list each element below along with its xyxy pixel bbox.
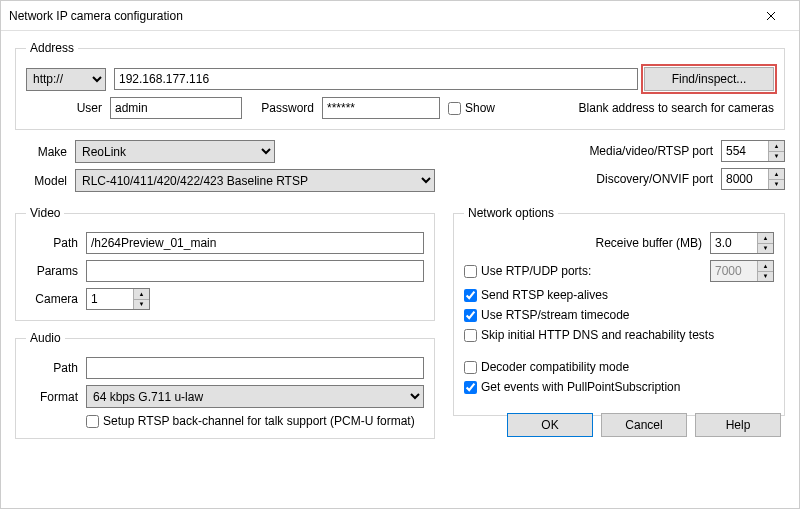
spin-up-icon[interactable]: ▲ — [758, 233, 773, 244]
timecode-label: Use RTSP/stream timecode — [481, 308, 630, 322]
make-label: Make — [15, 145, 75, 159]
cancel-button[interactable]: Cancel — [601, 413, 687, 437]
audio-group: Audio Path Format 64 kbps G.711 u-law Se… — [15, 331, 435, 439]
camera-spinner[interactable]: ▲▼ — [86, 288, 150, 310]
audio-path-input[interactable] — [86, 357, 424, 379]
show-password-checkbox[interactable]: Show — [448, 101, 495, 115]
video-legend: Video — [26, 206, 64, 220]
video-params-label: Params — [26, 264, 86, 278]
use-rtp-label: Use RTP/UDP ports: — [481, 264, 591, 278]
model-select[interactable]: RLC-410/411/420/422/423 Baseline RTSP — [75, 169, 435, 192]
decoder-box[interactable] — [464, 361, 477, 374]
onvif-port-label: Discovery/ONVIF port — [596, 172, 713, 186]
decoder-checkbox[interactable]: Decoder compatibility mode — [464, 360, 629, 374]
scheme-select[interactable]: http:// — [26, 68, 106, 91]
spin-down-icon[interactable]: ▼ — [758, 244, 773, 254]
close-icon — [766, 11, 776, 21]
audio-format-select[interactable]: 64 kbps G.711 u-law — [86, 385, 424, 408]
address-hint: Blank address to search for cameras — [579, 101, 774, 115]
netopt-legend: Network options — [464, 206, 558, 220]
show-password-label: Show — [465, 101, 495, 115]
audio-legend: Audio — [26, 331, 65, 345]
rtsp-port-spinner[interactable]: ▲▼ — [721, 140, 785, 162]
use-rtp-checkbox[interactable]: Use RTP/UDP ports: — [464, 264, 710, 278]
timecode-box[interactable] — [464, 309, 477, 322]
window-title: Network IP camera configuration — [9, 9, 751, 23]
model-label: Model — [15, 174, 75, 188]
skipdns-checkbox[interactable]: Skip initial HTTP DNS and reachability t… — [464, 328, 714, 342]
close-button[interactable] — [751, 4, 791, 28]
onvif-port-input[interactable] — [722, 169, 768, 189]
backchannel-box[interactable] — [86, 415, 99, 428]
find-inspect-button[interactable]: Find/inspect... — [644, 67, 774, 91]
make-select[interactable]: ReoLink — [75, 140, 275, 163]
pullpoint-checkbox[interactable]: Get events with PullPointSubscription — [464, 380, 680, 394]
video-group: Video Path Params Camera ▲▼ — [15, 206, 435, 321]
pullpoint-label: Get events with PullPointSubscription — [481, 380, 680, 394]
skipdns-box[interactable] — [464, 329, 477, 342]
recvbuf-spinner[interactable]: ▲▼ — [710, 232, 774, 254]
show-password-box[interactable] — [448, 102, 461, 115]
network-options-group: Network options Receive buffer (MB) ▲▼ U… — [453, 206, 785, 416]
keepalive-checkbox[interactable]: Send RTSP keep-alives — [464, 288, 608, 302]
password-input[interactable] — [322, 97, 440, 119]
user-label: User — [26, 101, 110, 115]
rtsp-port-label: Media/video/RTSP port — [589, 144, 713, 158]
password-label: Password — [242, 101, 322, 115]
timecode-checkbox[interactable]: Use RTSP/stream timecode — [464, 308, 630, 322]
rtp-port-input — [711, 261, 757, 281]
video-path-input[interactable] — [86, 232, 424, 254]
spin-up-icon[interactable]: ▲ — [769, 141, 784, 152]
audio-format-label: Format — [26, 390, 86, 404]
rtp-port-spinner: ▲▼ — [710, 260, 774, 282]
video-camera-label: Camera — [26, 292, 86, 306]
spin-down-icon: ▼ — [758, 272, 773, 282]
keepalive-label: Send RTSP keep-alives — [481, 288, 608, 302]
keepalive-box[interactable] — [464, 289, 477, 302]
camera-input[interactable] — [87, 289, 133, 309]
help-button[interactable]: Help — [695, 413, 781, 437]
ok-button[interactable]: OK — [507, 413, 593, 437]
dialog-buttons: OK Cancel Help — [507, 413, 781, 437]
audio-path-label: Path — [26, 361, 86, 375]
spin-down-icon[interactable]: ▼ — [769, 180, 784, 190]
video-path-label: Path — [26, 236, 86, 250]
backchannel-label: Setup RTSP back-channel for talk support… — [103, 414, 415, 428]
spin-up-icon[interactable]: ▲ — [769, 169, 784, 180]
spin-down-icon[interactable]: ▼ — [769, 152, 784, 162]
titlebar: Network IP camera configuration — [1, 1, 799, 31]
video-params-input[interactable] — [86, 260, 424, 282]
spin-down-icon[interactable]: ▼ — [134, 300, 149, 310]
decoder-label: Decoder compatibility mode — [481, 360, 629, 374]
onvif-port-spinner[interactable]: ▲▼ — [721, 168, 785, 190]
skipdns-label: Skip initial HTTP DNS and reachability t… — [481, 328, 714, 342]
address-legend: Address — [26, 41, 78, 55]
rtsp-port-input[interactable] — [722, 141, 768, 161]
recvbuf-input[interactable] — [711, 233, 757, 253]
spin-up-icon[interactable]: ▲ — [134, 289, 149, 300]
recvbuf-label: Receive buffer (MB) — [596, 236, 702, 250]
spin-up-icon: ▲ — [758, 261, 773, 272]
address-group: Address http:// Find/inspect... User Pas… — [15, 41, 785, 130]
host-input[interactable] — [114, 68, 638, 90]
pullpoint-box[interactable] — [464, 381, 477, 394]
use-rtp-box[interactable] — [464, 265, 477, 278]
backchannel-checkbox[interactable]: Setup RTSP back-channel for talk support… — [86, 414, 415, 428]
user-input[interactable] — [110, 97, 242, 119]
